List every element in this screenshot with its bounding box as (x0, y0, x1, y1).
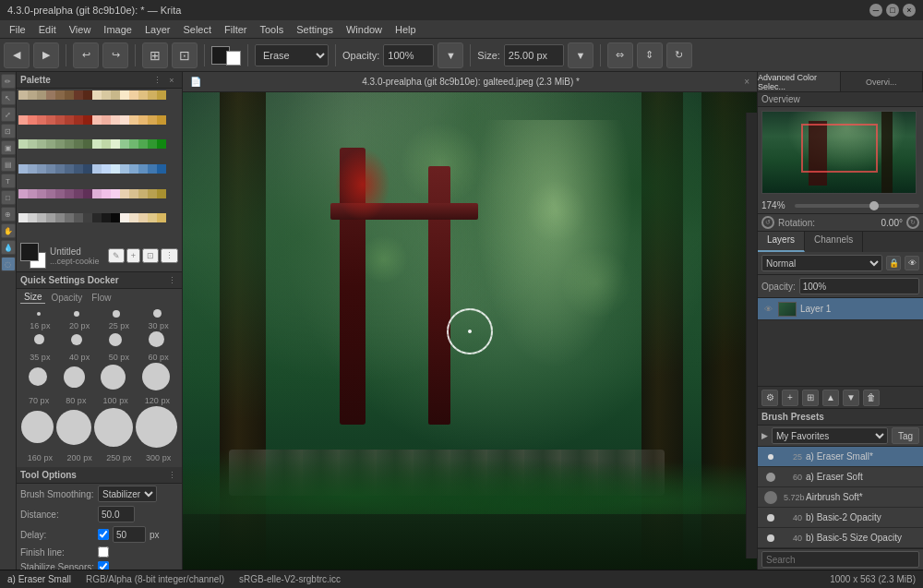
opacity-input[interactable] (383, 44, 434, 66)
color-cell[interactable] (65, 164, 74, 174)
brush-item-basic2[interactable]: 40 b) Basic-2 Opacity (758, 508, 923, 528)
color-cell[interactable] (111, 90, 120, 100)
brush-size-160[interactable] (21, 411, 54, 445)
layer-down-btn[interactable]: ▼ (843, 390, 859, 406)
tab-layers[interactable]: Layers (758, 232, 805, 252)
menu-edit[interactable]: Edit (33, 22, 62, 37)
brush-group-select[interactable]: My Favorites (772, 427, 888, 444)
color-cell[interactable] (102, 213, 111, 222)
brush-size-40[interactable] (71, 334, 82, 347)
zoom-handle[interactable] (869, 201, 879, 210)
canvas-view-button[interactable]: ⊡ (172, 42, 198, 68)
brush-item-airbrush[interactable]: 5.72b Airbrush Soft* (758, 487, 923, 508)
menu-settings[interactable]: Settings (291, 22, 339, 37)
color-cell[interactable] (37, 213, 46, 222)
opacity-down-btn[interactable]: ▼ (438, 42, 463, 68)
tab-channels[interactable]: Channels (805, 232, 863, 252)
tab-size[interactable]: Size (20, 291, 45, 304)
brush-item-eraser-soft[interactable]: 60 a) Eraser Soft (758, 467, 923, 487)
color-cell[interactable] (74, 115, 83, 125)
color-cell[interactable] (46, 189, 55, 198)
color-cell[interactable] (74, 139, 83, 149)
tool-eyedrop[interactable]: 💧 (1, 240, 16, 255)
zoom-slider[interactable] (795, 204, 919, 208)
brush-item-basic5[interactable]: 40 b) Basic-5 Size Opacity (758, 528, 923, 548)
brush-tag-btn[interactable]: Tag (892, 427, 919, 444)
color-cell[interactable] (28, 139, 37, 149)
tool-fill[interactable]: ▣ (1, 140, 16, 155)
color-cell[interactable] (46, 90, 55, 100)
tool-pan[interactable]: ✋ (1, 223, 16, 238)
color-cell[interactable] (65, 115, 74, 125)
color-cell[interactable] (138, 90, 148, 100)
background-color-btn[interactable] (226, 51, 241, 66)
color-cell[interactable] (55, 90, 65, 100)
palette-settings-btn[interactable]: ⋮ (161, 248, 178, 263)
to-options-btn[interactable]: ⋮ (165, 469, 178, 482)
color-cell[interactable] (92, 90, 102, 100)
color-cell[interactable] (92, 164, 102, 174)
size-input[interactable] (504, 44, 564, 66)
color-cell[interactable] (18, 90, 28, 100)
brush-size-20[interactable] (74, 311, 79, 317)
color-cell[interactable] (74, 164, 83, 174)
tab-flow[interactable]: Flow (88, 291, 114, 304)
color-cell[interactable] (92, 139, 102, 149)
color-cell[interactable] (18, 115, 28, 125)
blend-mode-select[interactable]: NormalMultiplyScreenOverlay (761, 255, 882, 271)
color-cell[interactable] (83, 213, 92, 222)
color-cell[interactable] (120, 115, 129, 125)
color-cell[interactable] (148, 90, 157, 100)
color-cell[interactable] (157, 213, 166, 222)
tool-select[interactable]: ↖ (1, 90, 16, 105)
canvas-wrapper[interactable] (183, 92, 757, 570)
color-cell[interactable] (28, 115, 37, 125)
layer-add-btn[interactable]: + (782, 390, 798, 406)
color-cell[interactable] (55, 213, 65, 222)
palette-grid[interactable] (18, 90, 166, 238)
brush-size-200[interactable] (56, 410, 91, 447)
color-cell[interactable] (129, 164, 138, 174)
palette-add-btn[interactable]: + (126, 248, 140, 263)
overview-thumbnail[interactable] (761, 111, 917, 194)
brush-item-eraser-small[interactable]: 25 a) Eraser Small* (758, 447, 923, 467)
color-cell[interactable] (18, 213, 28, 222)
brush-size-120[interactable] (142, 363, 170, 392)
close-button[interactable]: × (903, 4, 916, 17)
menu-layer[interactable]: Layer (139, 22, 176, 37)
brush-size-70[interactable] (29, 367, 47, 388)
layer-delete-btn[interactable]: 🗑 (863, 390, 880, 406)
color-cell[interactable] (65, 90, 74, 100)
menu-help[interactable]: Help (390, 22, 422, 37)
color-cell[interactable] (138, 139, 148, 149)
color-cell[interactable] (28, 164, 37, 174)
color-cell[interactable] (120, 139, 129, 149)
mirror-h-btn[interactable]: ⇔ (607, 42, 633, 68)
color-cell[interactable] (65, 213, 74, 222)
color-cell[interactable] (55, 115, 65, 125)
minimize-button[interactable]: ─ (869, 4, 882, 17)
color-cell[interactable] (92, 213, 102, 222)
color-cell[interactable] (55, 139, 65, 149)
color-cell[interactable] (148, 139, 157, 149)
stabilize-sensors-checkbox[interactable] (98, 561, 109, 570)
layer-lock-btn[interactable]: 🔒 (886, 256, 901, 270)
distance-input[interactable] (98, 506, 135, 522)
tool-crop[interactable]: ⊡ (1, 124, 16, 138)
size-down-btn[interactable]: ▼ (568, 42, 593, 68)
toolbar-back-btn[interactable]: ◀ (4, 42, 30, 68)
brush-size-25[interactable] (113, 310, 120, 318)
color-cell[interactable] (120, 90, 129, 100)
color-cell[interactable] (148, 164, 157, 174)
maximize-button[interactable]: □ (886, 4, 899, 17)
color-cell[interactable] (157, 189, 166, 198)
color-cell[interactable] (28, 213, 37, 222)
rotate-canvas-btn[interactable]: ↻ (666, 42, 692, 68)
color-cell[interactable] (83, 189, 92, 198)
color-cell[interactable] (74, 213, 83, 222)
canvas-tab-close[interactable]: × (744, 77, 749, 87)
color-cell[interactable] (102, 139, 111, 149)
palette-close-btn[interactable]: × (165, 74, 178, 87)
tool-text[interactable]: T (1, 174, 16, 188)
menu-view[interactable]: View (64, 22, 97, 37)
